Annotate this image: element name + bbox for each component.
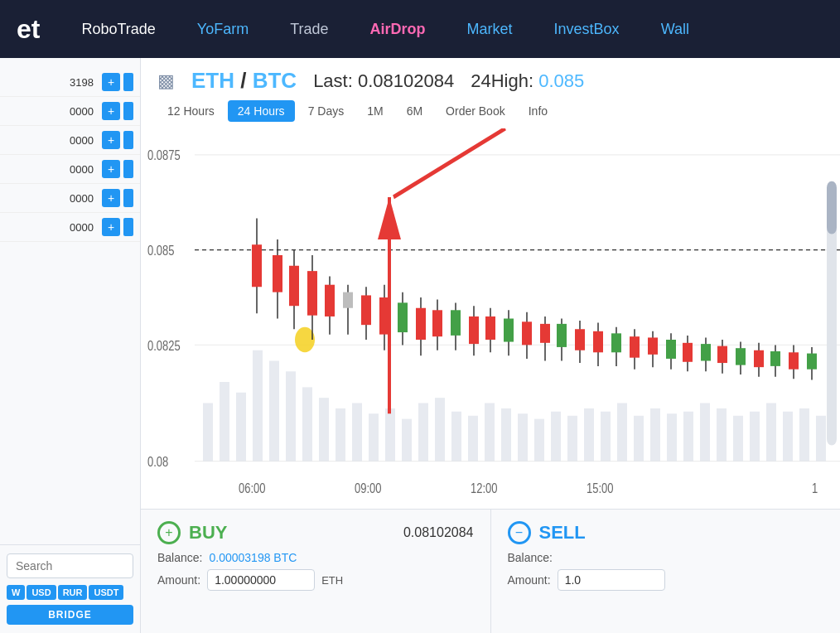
nav-airdrop[interactable]: AirDrop	[362, 17, 434, 42]
svg-rect-58	[325, 285, 335, 316]
sidebar-value: 3198	[7, 76, 99, 89]
nav-investbox[interactable]: InvestBox	[546, 17, 628, 42]
tab-1m[interactable]: 1M	[357, 100, 393, 122]
svg-text:0.0825: 0.0825	[147, 338, 181, 353]
nav-wall[interactable]: Wall	[653, 17, 698, 42]
sidebar-value: 0000	[7, 105, 99, 118]
svg-text:15:00: 15:00	[587, 481, 613, 495]
svg-rect-20	[369, 413, 379, 461]
svg-rect-40	[700, 403, 710, 461]
blue-bar[interactable]	[123, 73, 133, 91]
svg-rect-41	[717, 408, 727, 461]
svg-rect-21	[385, 408, 395, 461]
svg-text:0.08: 0.08	[147, 455, 168, 470]
add-button[interactable]: +	[102, 160, 120, 178]
svg-rect-50	[252, 244, 262, 287]
sidebar-value: 0000	[7, 134, 99, 147]
svg-rect-24	[435, 398, 445, 461]
sell-icon: −	[508, 521, 531, 544]
svg-rect-17	[319, 398, 329, 461]
nav-trade[interactable]: Trade	[282, 17, 336, 42]
buy-balance-row: Balance: 0.00003198 BTC	[157, 551, 474, 564]
svg-text:09:00: 09:00	[355, 481, 381, 495]
nav-market[interactable]: Market	[459, 17, 521, 42]
svg-rect-30	[534, 419, 544, 461]
svg-rect-32	[567, 416, 577, 461]
svg-rect-10	[203, 403, 213, 461]
svg-rect-110	[789, 352, 799, 369]
blue-bar[interactable]	[123, 160, 133, 178]
svg-rect-70	[432, 310, 442, 336]
tab-7days[interactable]: 7 Days	[298, 100, 355, 122]
svg-rect-108	[770, 351, 780, 366]
blue-bar[interactable]	[123, 189, 133, 207]
sidebar-bottom: W USD RUR USDT BRIDGE	[0, 544, 140, 633]
sell-balance-row: Balance:	[508, 551, 824, 564]
svg-rect-106	[754, 350, 764, 367]
svg-rect-68	[416, 308, 426, 340]
base-currency: ETH	[191, 68, 234, 93]
svg-text:0.0875: 0.0875	[147, 148, 181, 163]
currency-tab-usdt[interactable]: USDT	[89, 585, 123, 600]
svg-rect-26	[468, 416, 478, 461]
sell-panel: − SELL Balance: Amount:	[491, 510, 841, 633]
add-button[interactable]: +	[102, 189, 120, 207]
svg-rect-60	[343, 292, 353, 308]
svg-rect-78	[504, 319, 514, 342]
buy-amount-unit: ETH	[321, 574, 343, 587]
svg-rect-104	[736, 348, 746, 365]
nav-yofarm[interactable]: YoFarm	[189, 17, 257, 42]
time-tabs: 12 Hours 24 Hours 7 Days 1M 6M Order Boo…	[141, 94, 840, 128]
svg-text:12:00: 12:00	[471, 481, 497, 495]
svg-rect-12	[236, 393, 246, 461]
svg-rect-112	[807, 354, 817, 370]
svg-rect-25	[451, 412, 461, 461]
sell-label: SELL	[539, 522, 586, 544]
list-item: 0000 +	[0, 213, 140, 242]
currency-tab-usd[interactable]: USD	[27, 585, 56, 600]
svg-rect-34	[601, 412, 611, 461]
tab-orderbook[interactable]: Order Book	[436, 100, 515, 122]
sidebar-value: 0000	[7, 163, 99, 176]
blue-bar[interactable]	[123, 102, 133, 120]
search-input[interactable]	[7, 553, 133, 578]
add-button[interactable]: +	[102, 73, 120, 91]
main-layout: 3198 + 0000 + 0000 + 0000 +	[0, 58, 840, 633]
list-item: 0000 +	[0, 126, 140, 155]
add-button[interactable]: +	[102, 218, 120, 236]
currency-tab-w[interactable]: W	[7, 585, 25, 600]
svg-rect-72	[451, 310, 461, 336]
tab-6m[interactable]: 6M	[397, 100, 432, 122]
svg-rect-19	[352, 403, 362, 461]
sidebar-value: 0000	[7, 192, 99, 205]
svg-rect-27	[485, 403, 495, 461]
svg-rect-94	[648, 337, 658, 354]
svg-rect-52	[273, 255, 282, 292]
currency-tab-rur[interactable]: RUR	[58, 585, 88, 600]
trade-section: + BUY 0.08102084 Balance: 0.00003198 BTC…	[141, 509, 840, 633]
blue-bar[interactable]	[123, 131, 133, 149]
bridge-button[interactable]: BRIDGE	[7, 605, 133, 625]
nav-robotrade[interactable]: RoboTrade	[73, 17, 163, 42]
svg-rect-76	[485, 316, 495, 340]
tab-24hours[interactable]: 24 Hours	[228, 100, 295, 122]
tab-info[interactable]: Info	[519, 100, 558, 122]
quote-currency: BTC	[253, 68, 297, 93]
svg-rect-86	[575, 329, 585, 350]
add-button[interactable]: +	[102, 102, 120, 120]
last-price-label: Last: 0.08102084	[313, 70, 454, 92]
list-item: 0000 +	[0, 184, 140, 213]
svg-rect-35	[617, 403, 627, 461]
main-content: ▩ ETH / BTC Last: 0.08102084 24High: 0.0…	[141, 58, 840, 633]
sell-amount-input[interactable]	[558, 569, 665, 591]
svg-rect-62	[361, 295, 371, 325]
buy-amount-input[interactable]	[207, 569, 315, 591]
blue-bar[interactable]	[123, 218, 133, 236]
buy-icon: +	[157, 521, 181, 544]
tab-12hours[interactable]: 12 Hours	[157, 100, 224, 122]
top-navigation: et RoboTrade YoFarm Trade AirDrop Market…	[0, 0, 840, 58]
svg-text:06:00: 06:00	[239, 481, 265, 495]
buy-balance-label: Balance:	[157, 551, 202, 564]
buy-amount-label: Amount:	[157, 573, 200, 587]
add-button[interactable]: +	[102, 131, 120, 149]
